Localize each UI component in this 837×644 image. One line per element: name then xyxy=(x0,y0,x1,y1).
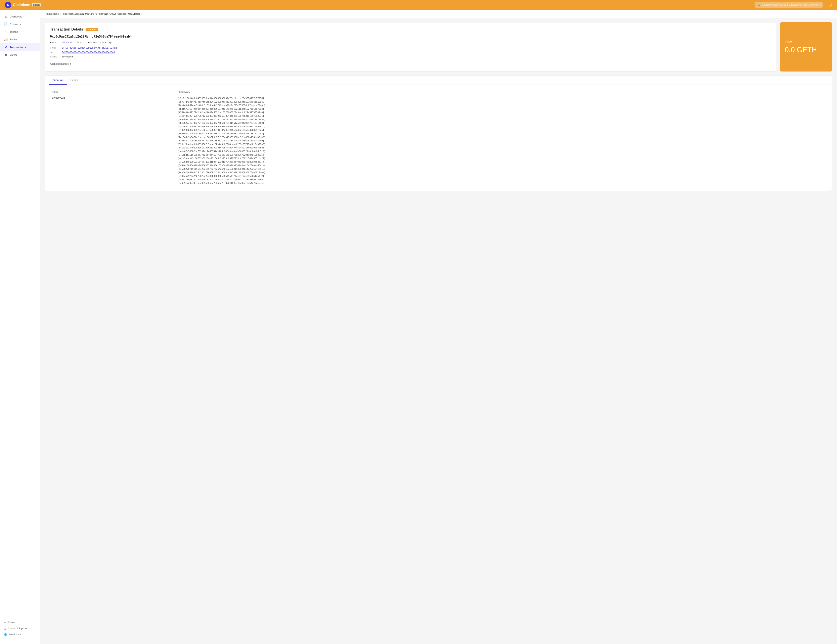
transfer-badge: Transfer xyxy=(85,28,98,31)
sidebar-item-transactions[interactable]: ⟳ Transactions xyxy=(0,43,40,51)
sidebar-label-blocks: Blocks xyxy=(10,53,17,56)
table-header: Name Parameters xyxy=(49,89,828,95)
sidebar-label-transactions: Transactions xyxy=(10,46,26,49)
logo-text: Chainlens xyxy=(13,3,30,7)
function-table: Name Parameters 0x00897522[a3e9fe3814a6d… xyxy=(49,89,828,187)
tab-events[interactable]: Events xyxy=(67,76,81,85)
sidebar-nav: ⌂ Dashboard 📄 Contracts ◎ Tokens 📈 Event… xyxy=(0,13,40,59)
breadcrumb-current: 0xd0c9ae651a0bb2e287b95d467f5707b9b11676… xyxy=(63,13,142,15)
value-label: Value xyxy=(785,40,827,43)
sidebar-label-contracts: Contracts xyxy=(10,23,21,26)
tx-header: Transaction Details Transfer xyxy=(50,27,771,31)
tx-meta: Block: #9520422 Time: less than a minute… xyxy=(50,41,771,44)
time-label: Time: xyxy=(77,41,83,44)
tabs-section: Function Events Name Parameters 0x008975… xyxy=(45,75,832,191)
blocks-icon: ▣ xyxy=(4,53,8,56)
logo-area: C Chainlens testnet xyxy=(5,2,41,8)
sidebar-label-events: Events xyxy=(10,38,18,41)
sidebar: ⌂ Dashboard 📄 Contracts ◎ Tokens 📈 Event… xyxy=(0,10,40,644)
sidebar-label-web3labs: Web3 Labs xyxy=(9,633,21,636)
tx-hash: 0xd0c9ae651a0bb2e287b...72e5b0da794aea4b… xyxy=(50,35,771,38)
tab-function-content: Name Parameters 0x00897522[a3e9fe3814a6d… xyxy=(45,85,832,191)
status-icon: ⊕ xyxy=(4,621,6,624)
from-label: From: xyxy=(50,46,60,49)
sidebar-item-tokens[interactable]: ◎ Tokens xyxy=(0,28,40,36)
block-label: Block: xyxy=(50,41,57,44)
content-area: Transaction Details Transfer 0xd0c9ae651… xyxy=(40,18,837,75)
tabs-header: Function Events xyxy=(45,76,832,85)
logo-icon: C xyxy=(5,2,11,8)
sidebar-item-dashboard[interactable]: ⌂ Dashboard xyxy=(0,13,40,20)
tab-function[interactable]: Function xyxy=(49,76,67,85)
web3labs-icon: 🌐 xyxy=(4,633,7,636)
additional-details-label: Additional Details xyxy=(50,62,69,65)
search-bar[interactable]: 🔍 xyxy=(755,2,823,8)
main-content: Transactions / 0xd0c9ae651a0bb2e287b95d4… xyxy=(40,10,837,644)
tokens-icon: ◎ xyxy=(4,30,8,34)
sidebar-item-web3labs[interactable]: 🌐 Web3 Labs xyxy=(0,631,40,637)
app-layout: ⌂ Dashboard 📄 Contracts ◎ Tokens 📈 Event… xyxy=(0,10,837,644)
column-header-parameters: Parameters xyxy=(175,89,828,95)
home-icon: ⌂ xyxy=(4,15,8,18)
block-value-link[interactable]: #9520422 xyxy=(61,41,72,44)
sidebar-label-contact: Contact / Support xyxy=(8,627,27,630)
from-value-link[interactable]: 0x76C7a9Cac72DB4865BD1Db3ACfa78a261755c4… xyxy=(62,47,118,49)
contracts-icon: 📄 xyxy=(4,22,8,26)
transaction-details-card: Transaction Details Transfer 0xd0c9ae651… xyxy=(45,22,776,72)
column-header-name: Name xyxy=(49,89,175,95)
breadcrumb-parent-link[interactable]: Transactions xyxy=(45,13,59,15)
events-icon: 📈 xyxy=(4,38,8,41)
sidebar-label-status: Status xyxy=(8,621,15,624)
tx-status-field: Status: Succeeded xyxy=(50,55,771,58)
function-params: [a3e9fe3814a6d6455955ddd6fc00000000032a7… xyxy=(175,95,828,187)
to-label: To: xyxy=(50,51,60,54)
time-value: less than a minute ago xyxy=(88,41,112,44)
sidebar-label-tokens: Tokens xyxy=(10,30,18,33)
table-body: 0x00897522[a3e9fe3814a6d6455955ddd6fc000… xyxy=(49,95,828,187)
sidebar-item-contracts[interactable]: 📄 Contracts xyxy=(0,20,40,28)
sidebar-label-dashboard: Dashboard xyxy=(10,15,23,18)
topnav: C Chainlens testnet 🔍 🌙 xyxy=(0,0,837,10)
tx-from-field: From: 0x76C7a9Cac72DB4865BD1Db3ACfa78a26… xyxy=(50,46,771,49)
sidebar-item-contact[interactable]: ◎ Contact / Support xyxy=(0,626,40,631)
chevron-down-icon: ▾ xyxy=(70,62,71,65)
tx-to-field: To: 0xFf00000000000000000000000000000004… xyxy=(50,51,771,54)
sidebar-item-status[interactable]: ⊕ Status xyxy=(0,619,40,626)
transactions-icon: ⟳ xyxy=(4,45,8,49)
breadcrumb-separator: / xyxy=(60,13,61,15)
to-value-link[interactable]: 0xFf000000000000000000000000000000042069 xyxy=(62,51,115,54)
testnet-badge: testnet xyxy=(32,3,41,7)
value-amount: 0.0 GETH xyxy=(785,46,827,54)
search-input[interactable] xyxy=(762,3,821,6)
breadcrumb: Transactions / 0xd0c9ae651a0bb2e287b95d4… xyxy=(40,10,837,18)
sidebar-item-blocks[interactable]: ▣ Blocks xyxy=(0,51,40,59)
search-icon: 🔍 xyxy=(757,3,760,7)
status-value: Succeeded xyxy=(62,56,73,58)
function-name: 0x00897522 xyxy=(49,95,175,187)
additional-details-toggle[interactable]: Additional Details ▾ xyxy=(50,61,771,67)
value-card: Value 0.0 GETH xyxy=(780,22,832,72)
table-row: 0x00897522[a3e9fe3814a6d6455955ddd6fc000… xyxy=(49,95,828,187)
tx-title: Transaction Details xyxy=(50,27,83,31)
sidebar-bottom: ⊕ Status ◎ Contact / Support 🌐 Web3 Labs xyxy=(0,616,40,641)
contact-icon: ◎ xyxy=(4,627,6,630)
status-label: Status: xyxy=(50,55,60,58)
sidebar-item-events[interactable]: 📈 Events xyxy=(0,36,40,43)
theme-toggle-button[interactable]: 🌙 xyxy=(828,3,832,7)
